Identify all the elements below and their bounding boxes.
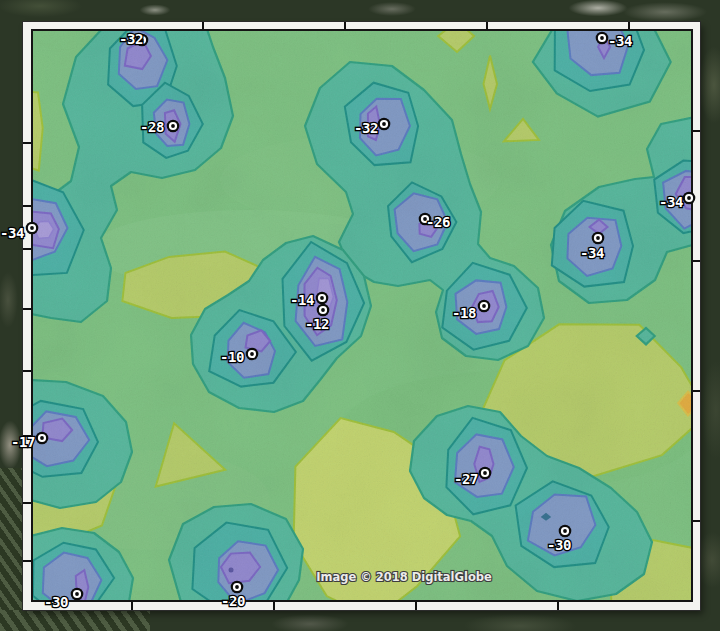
measurement-label: -20 (221, 593, 245, 609)
measurement-label: -28 (140, 119, 164, 135)
measurement-label: -34 (608, 33, 632, 49)
measurement-marker[interactable] (596, 32, 609, 45)
measurement-marker[interactable] (479, 467, 492, 480)
measurement-marker[interactable] (317, 304, 330, 317)
measurement-marker[interactable] (683, 192, 696, 205)
measurement-label: -30 (547, 537, 571, 553)
measurement-marker[interactable] (478, 300, 491, 313)
measurement-label: -14 (290, 292, 314, 308)
measurement-marker[interactable] (36, 432, 49, 445)
measurement-label: -32 (119, 31, 143, 47)
measurement-label: -12 (305, 316, 329, 332)
measurement-marker[interactable] (71, 588, 84, 601)
measurement-label: -10 (220, 349, 244, 365)
measurement-label: -34 (659, 194, 683, 210)
measurement-label: -27 (454, 471, 478, 487)
map-attribution: Image © 2018 DigitalGlobe (316, 570, 492, 584)
measurement-marker[interactable] (167, 120, 180, 133)
measurement-marker[interactable] (559, 525, 572, 538)
measurement-marker[interactable] (246, 348, 259, 361)
contour-layers (0, 10, 720, 629)
measurement-label: -32 (354, 120, 378, 136)
measurement-marker[interactable] (231, 581, 244, 594)
measurement-marker[interactable] (378, 118, 391, 131)
measurement-label: -18 (452, 305, 476, 321)
map-viewport[interactable]: -32-28-32-26-34-34-34-34-14-12-10-18-17-… (0, 0, 720, 631)
measurement-label: -34 (0, 225, 24, 241)
measurement-label: -30 (44, 594, 68, 610)
measurement-marker[interactable] (26, 222, 39, 235)
measurement-label: -17 (11, 434, 35, 450)
measurement-marker[interactable] (592, 232, 605, 245)
measurement-label: -34 (580, 245, 604, 261)
measurement-marker[interactable] (316, 292, 329, 305)
signal-heatmap-overlay: -32-28-32-26-34-34-34-34-14-12-10-18-17-… (0, 0, 720, 631)
measurement-label: -26 (426, 214, 450, 230)
